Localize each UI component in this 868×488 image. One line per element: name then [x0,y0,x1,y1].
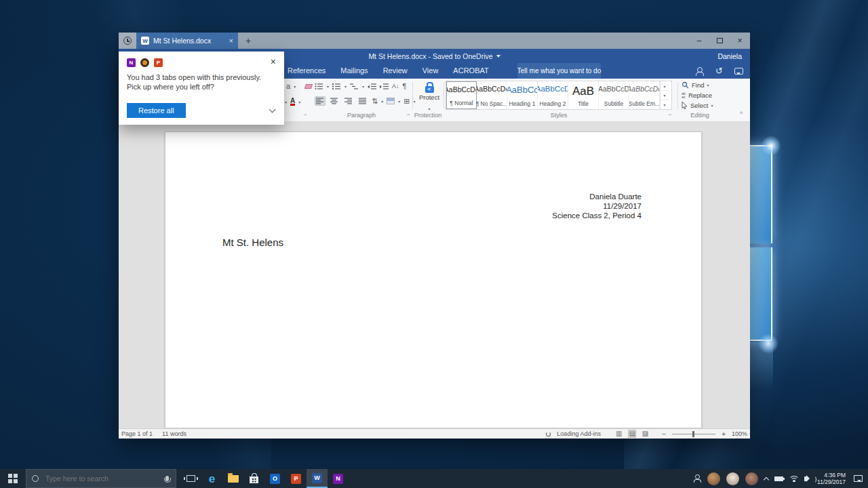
search-input[interactable] [44,474,160,483]
collapse-ribbon-icon[interactable]: ^ [740,110,743,117]
taskbar-edge[interactable]: e [201,469,222,488]
borders-icon[interactable]: ⊞ [403,98,410,105]
styles-gallery-scroll: ▴ ▾ ▾ [660,81,669,109]
change-case-icon[interactable]: a [286,83,290,90]
taskbar-clock[interactable]: 4:36 PM 11/29/2017 [817,472,846,485]
style-name: Subtitle [604,100,623,107]
find-button[interactable]: Find ▾ [682,81,709,89]
document-canvas: Daniela Duarte 11/29/2017 Science Class … [119,122,750,428]
style-subtitle[interactable]: AaBbCcD Subtitle [599,81,629,109]
multilevel-list-icon[interactable] [350,83,359,90]
font-color-icon[interactable]: A [290,98,295,106]
chevron-down-icon[interactable] [269,106,276,113]
pilcrow-icon[interactable]: ¶ [403,83,407,90]
paragraph-dialog-launcher-icon[interactable]: ⌐ [406,112,410,118]
zoom-in-icon[interactable]: + [722,430,726,438]
style-subtle-emphasis[interactable]: AaBbCcDc Subtle Em... [629,81,660,109]
start-button[interactable] [0,469,26,488]
chevron-down-icon[interactable] [496,55,500,58]
byline-class: Science Class 2, Period 4 [552,211,642,220]
web-layout-icon[interactable]: ▨ [642,430,648,437]
taskbar-onenote[interactable]: N [328,469,349,488]
font-dialog-launcher-icon[interactable]: ⌐ [303,112,307,118]
bullet-list-icon[interactable] [315,83,323,90]
close-button[interactable]: × [730,33,750,49]
zoom-slider-thumb[interactable] [692,431,694,437]
styles-dialog-launcher-icon[interactable]: ⌐ [668,112,671,118]
numbered-list-icon[interactable] [332,83,341,90]
contact-avatar[interactable] [726,472,739,485]
protect-button[interactable]: Protect ▾ [415,81,443,113]
task-view-button[interactable] [180,469,201,488]
word-count[interactable]: 11 words [162,430,186,437]
battery-icon[interactable] [774,476,783,481]
styles-scroll-down-icon[interactable]: ▾ [660,91,669,100]
microphone-icon[interactable] [165,476,169,481]
signed-in-user[interactable]: Daniela [717,49,742,63]
document-page[interactable]: Daniela Duarte 11/29/2017 Science Class … [165,131,702,428]
taskbar-file-explorer[interactable] [222,469,243,488]
tab-title: Mt St Helens.docx [153,37,225,45]
tell-me-box[interactable]: Tell me what you want to do [517,63,601,79]
tab-close-icon[interactable]: × [229,37,233,45]
increase-indent-icon[interactable] [380,83,389,90]
restore-all-button[interactable]: Restore all [127,103,186,118]
taskbar-powerpoint[interactable]: P [285,469,307,488]
group-divider [412,82,413,109]
zoom-slider[interactable] [672,434,715,434]
align-right-button[interactable] [343,96,354,106]
taskbar-store[interactable] [243,469,264,488]
history-icon[interactable]: ↺ [715,66,723,75]
taskbar-word-active[interactable]: W [307,469,328,488]
tab-acrobat[interactable]: ACROBAT [446,63,496,79]
contact-avatar[interactable] [745,472,758,485]
read-mode-icon[interactable]: ▥ [616,430,622,437]
document-tab[interactable]: W Mt St Helens.docx × [136,33,238,49]
feedback-comment-icon[interactable] [734,68,743,75]
tab-review[interactable]: Review [376,63,415,79]
style-heading-2[interactable]: AaBbCcD Heading 2 [538,81,568,109]
chevron-down-icon: ▾ [327,84,329,89]
volume-icon[interactable] [804,476,807,481]
tab-references[interactable]: References [280,63,333,79]
chevron-down-icon: ▾ [428,107,430,111]
line-spacing-icon[interactable]: ⇅ [372,98,378,105]
clear-formatting-icon[interactable] [304,84,313,89]
replace-button[interactable]: abac Replace [682,92,712,99]
styles-scroll-up-icon[interactable]: ▴ [660,81,669,91]
minimize-button[interactable]: – [689,33,709,49]
style-heading-1[interactable]: AaBbCc Heading 1 [507,81,538,109]
taskbar-search[interactable] [26,469,176,488]
select-button[interactable]: Select ▾ [682,102,713,109]
align-left-button[interactable] [315,96,326,106]
new-tab-button[interactable]: + [238,33,258,49]
action-center-icon[interactable] [854,475,863,482]
people-icon[interactable] [693,474,701,483]
maximize-button[interactable] [709,33,730,49]
close-icon[interactable]: × [271,57,276,66]
style-sample: AaBbCcD [599,85,629,93]
shading-icon[interactable] [387,98,395,104]
decrease-indent-icon[interactable] [368,83,376,90]
show-hidden-icons-chevron[interactable] [764,476,769,482]
style-title[interactable]: AaB Title [568,81,599,109]
style-no-spacing[interactable]: AaBbCcDc ¶ No Spac... [477,81,507,109]
styles-more-icon[interactable]: ▾ [660,100,669,109]
wifi-icon[interactable] [789,476,798,482]
sort-icon[interactable]: A↓ [392,83,399,89]
previous-tabs-button[interactable] [119,33,136,49]
share-person-icon[interactable] [695,66,704,75]
outlook-icon: O [270,474,280,484]
chevron-down-icon: ▾ [711,103,713,108]
taskbar-outlook[interactable]: O [264,469,285,488]
tab-mailings[interactable]: Mailings [333,63,375,79]
print-layout-icon[interactable]: ▤ [628,430,635,438]
tab-view[interactable]: View [415,63,446,79]
zoom-level[interactable]: 100% [732,430,747,437]
zoom-out-icon[interactable]: − [662,430,666,438]
justify-button[interactable] [357,96,368,106]
page-count[interactable]: Page 1 of 1 [121,430,153,437]
style-normal[interactable]: AaBbCcDc ¶ Normal [446,81,477,109]
align-center-button[interactable] [329,96,340,106]
contact-avatar[interactable] [707,472,720,485]
